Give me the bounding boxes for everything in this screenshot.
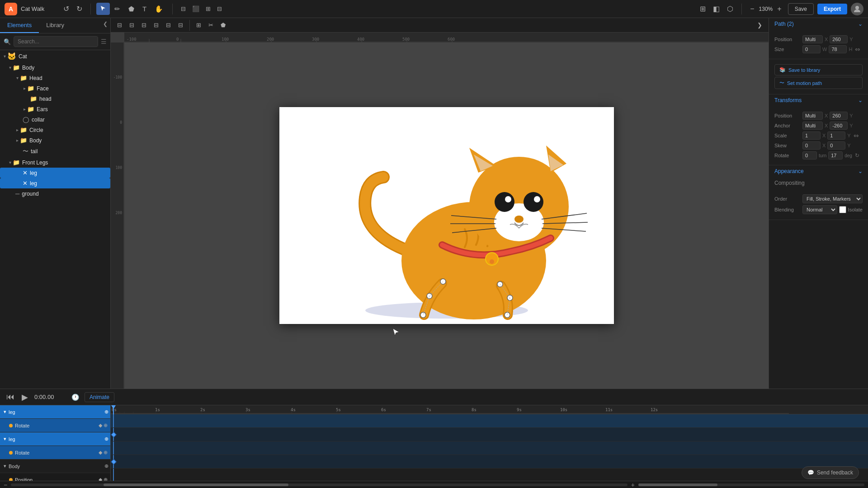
timeline-play[interactable]: ▶ (21, 391, 29, 403)
body-expand-btn[interactable]: ⊕ (104, 463, 108, 469)
text-tool[interactable]: T (139, 3, 150, 15)
align-top[interactable]: ⊟ (151, 20, 161, 30)
align-left[interactable]: ⊟ (114, 20, 125, 30)
scroll-minus[interactable]: − (4, 481, 7, 488)
size-w-input[interactable] (802, 45, 821, 53)
shape-tool[interactable]: ⬟ (125, 3, 138, 15)
align-center-h[interactable]: ⊟ (127, 20, 137, 30)
mask-button[interactable]: ◧ (710, 3, 722, 15)
list-view-icon[interactable]: ☰ (101, 38, 107, 45)
tree-item-circle[interactable]: ▸ 📁 Circle (0, 125, 110, 135)
collapse-panel-btn[interactable]: ❮ (100, 18, 110, 33)
rotate-row: Rotate turn deg ↻ (774, 151, 863, 160)
clock-icon[interactable]: 🕐 (71, 394, 79, 401)
align-tool[interactable]: ⊟ (178, 4, 189, 14)
svg-text:300: 300 (312, 37, 319, 42)
expand-right[interactable]: ❯ (755, 20, 765, 30)
tree-item-body-group[interactable]: ▾ 📁 Body (0, 62, 110, 73)
export-button[interactable]: Export (817, 4, 847, 14)
right-scrollbar-thumb[interactable] (638, 483, 717, 486)
scale-x[interactable] (802, 131, 821, 140)
skew-x[interactable] (802, 141, 821, 150)
grid-button[interactable]: ⊞ (697, 3, 708, 15)
svg-point-0 (855, 6, 859, 9)
tree-item-leg2[interactable]: ✕ leg (0, 178, 110, 188)
align-center-v[interactable]: ⊟ (163, 20, 174, 30)
color-swatch[interactable] (839, 206, 846, 213)
path-header[interactable]: Path (2) ⌄ (769, 18, 868, 30)
separator (90, 4, 91, 14)
hand-tool[interactable]: ✋ (151, 3, 167, 15)
user-avatar[interactable] (851, 3, 863, 15)
tree-item-cat[interactable]: ▾ 🐱 Cat (0, 50, 110, 62)
crop-btn[interactable]: ✂ (206, 20, 216, 30)
tree-item-collar[interactable]: ◯ collar (0, 114, 110, 125)
art-canvas[interactable] (279, 107, 614, 324)
tree-item-tail[interactable]: 〜 tail (0, 145, 110, 157)
left-panel: Elements Library ❮ 🔍 ☰ ▾ 🐱 Cat ▾ 📁 Body (0, 18, 111, 389)
feedback-button[interactable]: 💬 Send feedback (802, 466, 859, 479)
skew-y[interactable] (827, 141, 845, 150)
keyframe-leg2-0[interactable] (111, 459, 117, 465)
pen-tool[interactable]: ✏ (111, 3, 124, 15)
trans-pos-y[interactable] (830, 112, 848, 120)
rotate-deg[interactable] (828, 151, 843, 160)
track-leg1-rotate: Rotate ◆ ⊕ (0, 419, 110, 432)
tree-item-ground[interactable]: ─ ground (0, 188, 110, 199)
position-x-input[interactable] (802, 35, 823, 43)
tree-item-head[interactable]: ▾ 📁 Head (0, 73, 110, 83)
expand-leg1[interactable]: ▾ (4, 409, 6, 415)
select-tool[interactable] (96, 3, 110, 15)
set-motion-path-button[interactable]: 〜 Set motion path (774, 77, 863, 89)
tree-item-front-legs[interactable]: ▾ 📁 Front Legs (0, 157, 110, 168)
anchor-x[interactable] (802, 122, 823, 130)
undo-button[interactable]: ↺ (61, 3, 72, 15)
appearance-header[interactable]: Appearance ⌄ (769, 165, 868, 177)
compositing-header[interactable]: Compositing (769, 177, 868, 189)
leg2-expand-btn[interactable]: ⊕ (104, 436, 108, 442)
scrollbar-thumb[interactable] (104, 483, 288, 486)
expand-arrow: ▾ (9, 160, 11, 165)
tree-item-body-layer[interactable]: ▸ 📁 Body (0, 135, 110, 145)
tab-library[interactable]: Library (39, 18, 71, 33)
fit-canvas[interactable]: ⊞ (193, 20, 204, 30)
expand-body[interactable]: ▾ (4, 463, 6, 469)
ungroup-tool[interactable]: ⊟ (214, 4, 225, 14)
zoom-in[interactable]: + (774, 3, 784, 15)
anchor-y[interactable] (830, 122, 848, 130)
right-scrollbar-track[interactable] (638, 483, 864, 486)
distribute-tool[interactable]: ⬛ (189, 4, 202, 14)
save-to-library-button[interactable]: 📚 Save to library (774, 64, 863, 75)
redo-button[interactable]: ↻ (74, 3, 85, 15)
transforms-header[interactable]: Transforms ⌄ (769, 94, 868, 106)
align-right[interactable]: ⊟ (139, 20, 149, 30)
expand-leg2[interactable]: ▾ (4, 436, 6, 442)
size-h-input[interactable] (829, 45, 847, 53)
canvas-wrapper[interactable]: -100 0 100 200 300 400 500 600 (111, 33, 769, 389)
tab-elements[interactable]: Elements (0, 18, 39, 33)
tree-item-leg1[interactable]: ✕ leg (0, 168, 110, 178)
transforms-position-row: Position X Y (774, 112, 863, 120)
save-button[interactable]: Save (788, 3, 814, 15)
zoom-out[interactable]: − (747, 3, 757, 15)
rotate-turn[interactable] (802, 151, 817, 160)
order-select[interactable]: Fill, Stroke, Markers (802, 194, 863, 203)
scale-y[interactable] (827, 131, 845, 140)
search-input[interactable] (14, 36, 98, 47)
timeline-to-start[interactable]: ⏮ (5, 391, 15, 403)
blend-select[interactable]: Normal (802, 205, 837, 214)
position-y-input[interactable] (830, 35, 848, 43)
scrollbar-track[interactable] (11, 483, 627, 486)
align-bottom[interactable]: ⊟ (175, 20, 186, 30)
keyframe-0[interactable] (111, 432, 117, 437)
group-tool[interactable]: ⊞ (203, 4, 213, 14)
tree-item-face[interactable]: ▸ 📁 Face (0, 83, 110, 94)
view-button[interactable]: ⬡ (724, 3, 736, 15)
node-btn[interactable]: ⬟ (218, 20, 228, 30)
trans-pos-x[interactable] (802, 112, 823, 120)
leg1-expand-btn[interactable]: ⊕ (104, 409, 108, 415)
scroll-plus[interactable]: + (631, 481, 635, 488)
tree-item-head-layer[interactable]: 📁 head (0, 94, 110, 104)
animate-btn[interactable]: Animate (85, 392, 114, 402)
tree-item-ears[interactable]: ▸ 📁 Ears (0, 104, 110, 114)
